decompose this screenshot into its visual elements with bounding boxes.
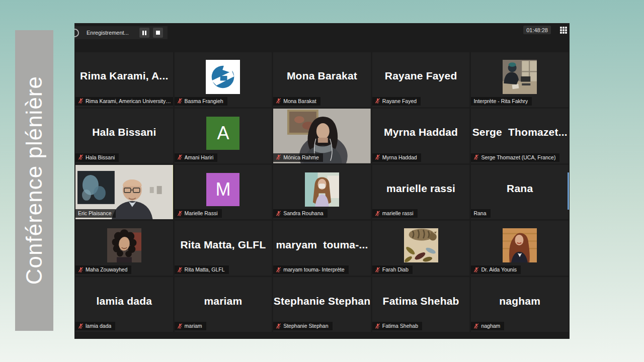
- participant-initial-avatar: M: [206, 173, 239, 206]
- participant-tile[interactable]: lamia dada lamia dada: [75, 277, 173, 332]
- participant-name: marielle rassi: [374, 165, 468, 213]
- slide-title-banner: Conférence plénière: [15, 30, 53, 331]
- participant-tile[interactable]: Dr. Aida Younis: [471, 221, 569, 276]
- participant-nameplate: Farah Diab: [372, 265, 413, 274]
- participant-name: mariam: [177, 277, 270, 325]
- muted-mic-icon: [375, 323, 380, 329]
- participant-name: Serge Thomazet...: [473, 109, 567, 156]
- muted-mic-icon: [177, 211, 183, 216]
- participant-tile[interactable]: Maha Zouwayhed: [75, 221, 173, 276]
- stop-icon: [156, 31, 160, 35]
- participant-avatar-image: [305, 172, 339, 207]
- participant-grid: Rima Karami, A... Rima Karami, American …: [75, 52, 569, 332]
- muted-mic-icon: [78, 267, 84, 273]
- participant-nameplate: Rima Karami, American University of B...: [75, 97, 173, 106]
- participant-tile[interactable]: Interprète - Rita Fakhry: [471, 52, 569, 107]
- participant-name: Fatima Shehab: [374, 277, 468, 325]
- participant-tile[interactable]: marielle rassi marielle rassi: [372, 165, 470, 220]
- participant-tile[interactable]: M Marielle Rassi: [175, 165, 272, 220]
- muted-mic-icon: [177, 323, 183, 329]
- participant-tile[interactable]: Mona Barakat Mona Barakat: [273, 52, 371, 107]
- meeting-topbar: Enregistrement... 01:48:28: [74, 23, 570, 52]
- muted-mic-icon: [276, 154, 281, 160]
- participant-tile[interactable]: maryam touma-... maryam touma- Interprèt…: [273, 221, 371, 276]
- muted-mic-icon: [473, 154, 479, 160]
- participant-tile[interactable]: nagham nagham: [471, 277, 569, 332]
- participant-nameplate: Sandra Rouhana: [273, 209, 327, 218]
- participant-tile[interactable]: Serge Thomazet... Serge Thomazet (UCA, F…: [471, 109, 569, 163]
- participant-label: Mónica Rahme: [283, 154, 319, 160]
- recording-dot-icon: [74, 29, 79, 37]
- muted-mic-icon: [177, 98, 183, 104]
- muted-mic-icon: [375, 154, 380, 160]
- participant-nameplate: Dr. Aida Younis: [471, 265, 521, 274]
- participant-label: Serge Thomazet (UCA, France): [481, 154, 555, 160]
- participant-label: Myrna Haddad: [382, 154, 417, 160]
- pause-icon: [142, 31, 144, 35]
- participant-tile[interactable]: Basma Frangieh: [175, 52, 272, 107]
- muted-mic-icon: [177, 154, 183, 160]
- participant-label: marielle rassi: [382, 210, 414, 216]
- muted-mic-icon: [276, 98, 281, 104]
- participant-name: nagham: [473, 277, 567, 325]
- gallery-view-button[interactable]: [559, 26, 568, 34]
- participant-nameplate: Maha Zouwayhed: [75, 265, 131, 274]
- participant-nameplate: Interprète - Rita Fakhry: [471, 97, 532, 106]
- participant-name: Rita Matta, GLFL: [177, 221, 270, 268]
- participant-tile[interactable]: Fatima Shehab Fatima Shehab: [372, 277, 470, 332]
- participant-name: Myrna Haddad: [374, 109, 468, 156]
- participant-label: Dr. Aida Younis: [481, 266, 517, 273]
- participant-nameplate: Mónica Rahme: [273, 153, 323, 162]
- muted-mic-icon: [375, 98, 380, 104]
- stop-recording-button[interactable]: [153, 28, 163, 38]
- participant-name: maryam touma-...: [275, 221, 369, 268]
- participant-label: Eric Plaisance: [78, 210, 112, 216]
- participant-nameplate: Hala Bissani: [75, 153, 119, 162]
- muted-mic-icon: [78, 154, 84, 160]
- participant-name: Rima Karami, A...: [77, 52, 171, 100]
- participant-nameplate: maryam touma- Interprète: [273, 265, 348, 274]
- participant-nameplate: marielle rassi: [372, 209, 418, 218]
- participant-name: Stephanie Stephan: [275, 277, 369, 325]
- participant-nameplate: nagham: [471, 322, 504, 330]
- participant-tile[interactable]: Eric Plaisance: [75, 165, 173, 220]
- participant-label: Amani Hariri: [185, 154, 214, 160]
- participant-label: lamia dada: [86, 323, 111, 329]
- muted-mic-icon: [375, 267, 380, 273]
- participant-tile[interactable]: Rita Matta, GLFL Rita Matta, GLFL: [175, 221, 272, 276]
- participant-nameplate: Stephanie Stephan: [273, 322, 332, 330]
- participant-tile[interactable]: Sandra Rouhana: [273, 165, 371, 220]
- participant-tile[interactable]: Hala Bissani Hala Bissani: [75, 109, 173, 163]
- recording-label: Enregistrement...: [83, 30, 136, 36]
- participant-label: Farah Diab: [382, 266, 409, 273]
- pause-recording-button[interactable]: [139, 28, 149, 38]
- muted-mic-icon: [78, 98, 84, 104]
- participant-label: Sandra Rouhana: [283, 210, 323, 216]
- meeting-timer: 01:48:28: [523, 26, 551, 34]
- participant-nameplate: Fatima Shehab: [372, 322, 422, 330]
- participant-label: Rayane Fayed: [382, 98, 417, 104]
- participant-tile[interactable]: Farah Diab: [372, 221, 470, 276]
- participant-nameplate: Rana: [471, 209, 490, 218]
- participant-nameplate: Myrna Haddad: [372, 153, 421, 162]
- participant-tile[interactable]: A Amani Hariri: [175, 109, 272, 163]
- participant-label: Rima Karami, American University of B...: [86, 98, 172, 104]
- participant-avatar-image: [107, 228, 141, 262]
- muted-mic-icon: [473, 267, 479, 273]
- participant-tile[interactable]: RanaRana: [471, 165, 569, 220]
- participant-name: Rayane Fayed: [374, 52, 468, 100]
- participant-label: Maha Zouwayhed: [86, 266, 127, 273]
- participant-tile[interactable]: Rayane Fayed Rayane Fayed: [372, 52, 470, 107]
- participant-label: maryam touma- Interprète: [283, 266, 344, 273]
- participant-tile[interactable]: Rima Karami, A... Rima Karami, American …: [75, 52, 173, 107]
- participant-tile[interactable]: mariam mariam: [175, 277, 272, 332]
- muted-mic-icon: [276, 323, 281, 329]
- muted-mic-icon: [78, 323, 84, 329]
- participant-label: Stephanie Stephan: [283, 323, 328, 329]
- participant-nameplate: Eric Plaisance: [75, 209, 116, 218]
- participant-tile[interactable]: Mónica Rahme: [273, 109, 371, 163]
- participant-nameplate: Rita Matta, GLFL: [175, 265, 229, 274]
- participant-name: Mona Barakat: [275, 52, 369, 100]
- participant-tile[interactable]: Stephanie Stephan Stephanie Stephan: [273, 277, 371, 332]
- participant-tile[interactable]: Myrna Haddad Myrna Haddad: [372, 109, 470, 163]
